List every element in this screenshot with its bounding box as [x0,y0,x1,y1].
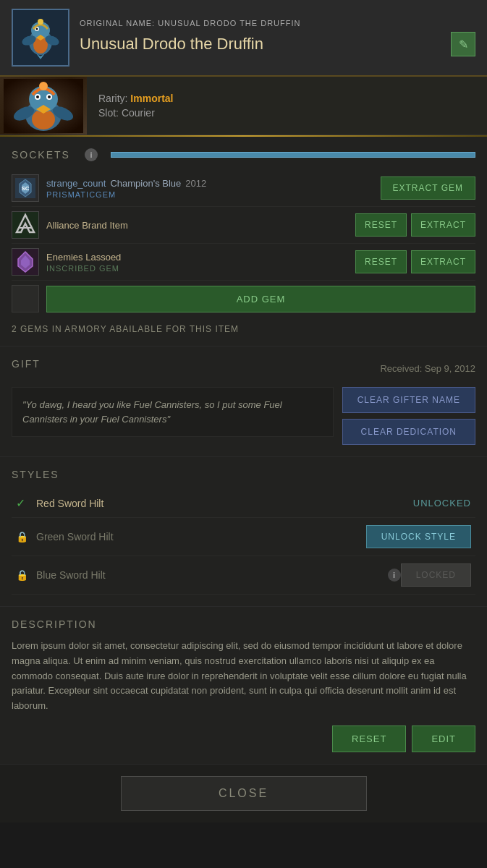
gift-section: GIFT Received: Sep 9, 2012 "Yo dawg, I h… [0,346,487,457]
gem-name-alliance: Alliance Brand Item [46,220,348,231]
rarity-value: Immortal [130,93,173,104]
gem-row-inscribed: Enemies Lassoed INSCRIBED GEM RESET EXTR… [12,244,475,281]
close-section: CLOSE [0,765,487,822]
styles-title: STYLES [12,469,475,480]
gift-buttons: CLEAR GIFTER NAME CLEAR DEDICATION [342,387,475,445]
item-name-row: Unusual Drodo the Druffin ✎ [80,32,475,56]
gift-quote-box: "Yo dawg, I heard you like Fuel Canniste… [12,387,334,437]
gem-details-strange: strange_count Champion's Blue 2012 PRISM… [46,178,373,199]
slot-value: Courier [122,107,155,119]
header-text: ORIGINAL NAME: Unusual Drodo the Druffin… [80,19,475,56]
rarity-section: Rarity: Immortal Slot: Courier [0,77,487,135]
header-section: ORIGINAL NAME: Unusual Drodo the Druffin… [0,0,487,77]
rarity-line: Rarity: Immortal [98,93,173,104]
gem-row-alliance: Alliance Brand Item RESET EXTRACT [12,207,475,244]
svg-text:SC: SC [21,185,29,192]
style-info-icon[interactable]: i [388,569,401,582]
extract-gem-button-alliance[interactable]: EXTRACT [411,213,475,237]
sockets-header-right: i [85,148,475,161]
gem-sublabel-inscribed: INSCRIBED GEM [46,264,348,273]
reset-gem-button-inscribed[interactable]: RESET [355,250,407,273]
gift-title: GIFT [12,358,41,370]
gem-name-inscribed: Enemies Lassoed [46,252,348,263]
rarity-info: Rarity: Immortal Slot: Courier [87,77,185,135]
close-button[interactable]: CLOSE [121,776,367,811]
sockets-header: SOCKETS i [12,148,475,161]
gift-header: GIFT Received: Sep 9, 2012 [12,358,475,378]
gem-sublabel-prismatic: PRISMATICGEM [46,190,373,199]
style-row-red: ✓ Red Sword Hilt UNLOCKED [12,489,475,518]
gems-available-text: 2 GEMS IN ARMORY ABAILABLE FOR THIS ITEM [12,324,475,334]
svg-point-17 [36,95,39,98]
gem-row: SC strange_count Champion's Blue 2012 PR… [12,170,475,207]
item-name: Unusual Drodo the Druffin [80,35,445,54]
locked-style-button: LOCKED [401,563,471,587]
clear-dedication-button[interactable]: CLEAR DEDICATION [342,419,475,445]
description-reset-button[interactable]: RESET [332,726,406,752]
original-name-label: ORIGINAL NAME: Unusual Drodo the Druffin [80,19,475,27]
description-edit-button[interactable]: EDIT [412,726,475,752]
item-avatar [12,9,69,67]
gem-details-alliance: Alliance Brand Item [46,220,348,231]
svg-point-6 [36,28,38,30]
svg-point-10 [38,19,43,25]
gem-type: Champion's Blue [110,178,181,189]
gem-icon-strange: SC [12,174,39,202]
extract-gem-button-inscribed[interactable]: EXTRACT [411,250,475,273]
style-row-green: 🔒 Green Sword Hilt UNLOCK STYLE [12,518,475,556]
style-lock-icon-blue: 🔒 [16,569,30,581]
gem-name-strange: strange_count Champion's Blue 2012 [46,178,373,189]
gem-actions-alliance: RESET EXTRACT [355,213,475,237]
style-check-icon: ✓ [16,496,30,510]
gift-content-row: "Yo dawg, I heard you like Fuel Canniste… [12,387,475,445]
description-footer: RESET EDIT [12,726,475,752]
gem-icon-inscribed [12,248,39,276]
svg-point-22 [39,82,48,90]
svg-point-19 [48,95,51,98]
inscribed-gem-name: Enemies Lassoed [46,252,121,263]
sockets-title: SOCKETS [12,149,70,161]
received-text: Received: Sep 9, 2012 [380,363,475,374]
add-gem-button[interactable]: ADD GEM [46,286,475,312]
socket-progress-bar [111,152,475,158]
add-gem-row: ADD GEM [12,281,475,317]
style-row-blue: 🔒 Blue Sword Hilt i LOCKED [12,556,475,595]
gem-slot-empty [12,285,39,312]
extract-gem-button-1[interactable]: EXTRACT GEM [381,176,475,200]
styles-section: STYLES ✓ Red Sword Hilt UNLOCKED 🔒 Green… [0,457,487,607]
style-name-blue: Blue Sword Hilt [36,569,382,581]
gift-quote-text: "Yo dawg, I heard you like Fuel Canniste… [22,399,282,425]
edit-item-name-button[interactable]: ✎ [451,32,475,56]
alliance-gem-name: Alliance Brand Item [46,220,128,231]
style-name-green: Green Sword Hilt [36,531,366,542]
gem-icon-alliance [12,211,39,239]
sockets-info-icon[interactable]: i [85,148,98,161]
rarity-image [0,77,87,135]
description-text: Lorem ipsum dolor sit amet, consectetur … [12,639,475,714]
description-title: DESCRIPTION [12,618,475,630]
unlock-style-button[interactable]: UNLOCK STYLE [366,525,471,548]
description-section: DESCRIPTION Lorem ipsum dolor sit amet, … [0,607,487,765]
gem-username: strange_count [46,178,106,189]
gem-details-inscribed: Enemies Lassoed INSCRIBED GEM [46,252,348,273]
style-lock-icon-green: 🔒 [16,531,30,542]
gem-actions-inscribed: RESET EXTRACT [355,250,475,273]
sockets-section: SOCKETS i SC strange_count Champion's Bl… [0,137,487,346]
clear-gifter-name-button[interactable]: CLEAR GIFTER NAME [342,387,475,413]
style-status-red: UNLOCKED [413,498,471,509]
slot-line: Slot: Courier [98,107,173,119]
original-name-value: Unusual Drodo the Druffin [158,19,300,27]
reset-gem-button-alliance[interactable]: RESET [355,213,407,237]
gem-year: 2012 [185,178,206,189]
style-name-red: Red Sword Hilt [36,498,406,509]
